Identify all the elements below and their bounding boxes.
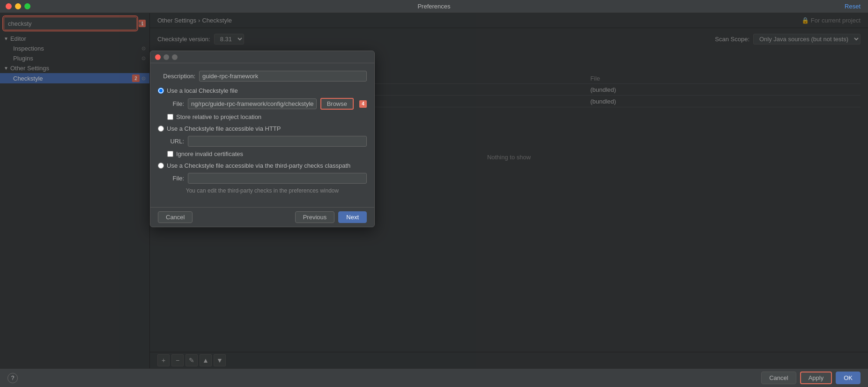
footer-left: ? (7, 373, 18, 383)
modal-window-controls (155, 54, 178, 60)
modal-file-row: File: Browse 4 (167, 98, 367, 110)
cancel-button[interactable]: Cancel (761, 372, 796, 384)
title-bar: Preferences Reset (0, 0, 868, 13)
modal-titlebar (150, 51, 374, 63)
modal-close-icon[interactable] (155, 54, 161, 60)
modal-local-radio-row: Use a local Checkstyle file (158, 87, 367, 94)
modal-next-button[interactable]: Next (338, 211, 367, 223)
modal-url-row: URL: (167, 136, 367, 147)
modal-http-radio-row: Use a Checkstyle file accessible via HTT… (158, 125, 367, 132)
window-title: Preferences (417, 3, 450, 10)
footer-right: Cancel Apply OK (761, 372, 861, 384)
modal-dialog: Description: Use a local Checkstyle file… (150, 51, 375, 227)
reset-link[interactable]: Reset (845, 3, 861, 10)
modal-description-row: Description: (158, 71, 367, 82)
local-radio-label: Use a local Checkstyle file (167, 87, 238, 94)
modal-third-party-section: Use a Checkstyle file accessible via the… (158, 162, 367, 194)
modal-third-party-radio-row: Use a Checkstyle file accessible via the… (158, 162, 367, 169)
modal-nav-buttons: Previous Next (295, 211, 367, 223)
window-controls (6, 3, 30, 9)
modal-overlay (0, 13, 868, 368)
minimize-button[interactable] (15, 3, 21, 9)
footer: ? Cancel Apply OK (0, 368, 868, 387)
apply-button[interactable]: Apply (800, 372, 832, 384)
ok-button[interactable]: OK (836, 372, 861, 384)
third-party-radio[interactable] (158, 163, 164, 169)
ignore-certs-checkbox[interactable] (167, 151, 173, 157)
browse-button[interactable]: Browse (320, 98, 354, 110)
http-radio-label: Use a Checkstyle file accessible via HTT… (167, 125, 281, 132)
modal-store-relative-row: Store relative to project location (167, 113, 367, 120)
modal-third-party-file-row: File: (167, 173, 367, 184)
modal-url-label: URL: (167, 138, 184, 145)
modal-url-input[interactable] (188, 136, 367, 147)
third-party-radio-label: Use a Checkstyle file accessible via the… (167, 162, 350, 169)
modal-file-label: File: (167, 100, 184, 107)
modal-third-party-file-input[interactable] (188, 173, 367, 184)
http-radio[interactable] (158, 126, 164, 132)
local-radio[interactable] (158, 88, 164, 94)
modal-description-input[interactable] (199, 71, 367, 82)
modal-previous-button[interactable]: Previous (295, 211, 335, 223)
modal-file-input[interactable] (188, 98, 317, 109)
store-relative-checkbox[interactable] (167, 114, 173, 120)
modal-cancel-button[interactable]: Cancel (158, 211, 193, 223)
close-button[interactable] (6, 3, 12, 9)
modal-third-party-file-label: File: (167, 175, 184, 182)
modal-http-section: Use a Checkstyle file accessible via HTT… (158, 125, 367, 157)
modal-maximize-icon (172, 54, 178, 60)
help-button[interactable]: ? (7, 373, 18, 383)
modal-local-section: Use a local Checkstyle file File: Browse… (158, 87, 367, 120)
modal-footer: Cancel Previous Next (150, 207, 374, 227)
store-relative-label: Store relative to project location (176, 113, 261, 120)
modal-ignore-certs-row: Ignore invalid certificates (167, 150, 367, 157)
modal-minimize-icon (163, 54, 169, 60)
modal-note-text: You can edit the third-party checks in t… (158, 187, 367, 194)
modal-body: Description: Use a local Checkstyle file… (150, 63, 374, 207)
ignore-certs-label: Ignore invalid certificates (176, 150, 243, 157)
annotation-4: 4 (359, 100, 367, 108)
maximize-button[interactable] (24, 3, 30, 9)
modal-description-label: Description: (158, 73, 195, 80)
